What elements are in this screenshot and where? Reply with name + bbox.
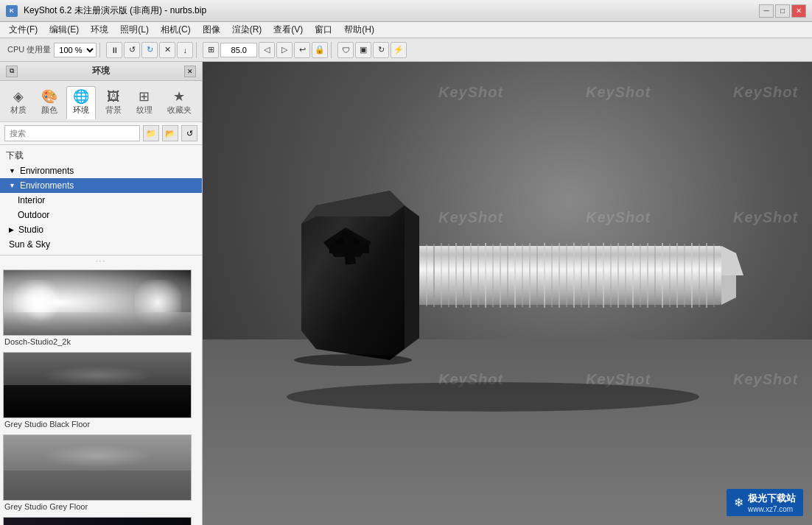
menu-edit[interactable]: 编辑(E) bbox=[43, 22, 85, 38]
tab-background[interactable]: 🖼 背景 bbox=[99, 87, 127, 119]
thumb-dosch[interactable]: Dosch-Studio2_2k bbox=[3, 269, 199, 348]
tab-favorites-label: 收藏夹 bbox=[167, 105, 192, 116]
tree-item-outdoor[interactable]: Outdoor bbox=[0, 208, 202, 222]
panel-divider: ··· bbox=[0, 256, 202, 267]
tab-color-label: 颜色 bbox=[41, 105, 57, 116]
thumb-grey-grey-label: Grey Studio Grey Floor bbox=[3, 501, 199, 512]
tab-favorites[interactable]: ★ 收藏夹 bbox=[161, 87, 197, 119]
search-row: 📁 📂 ↺ bbox=[0, 122, 202, 145]
thumb-dosch-img bbox=[3, 269, 192, 336]
viewport[interactable]: KeyShot KeyShot KeyShot KeyShot KeyShot … bbox=[203, 62, 812, 525]
app-icon: K bbox=[6, 5, 18, 17]
thumbnail-area: Dosch-Studio2_2k Grey Studio Black Floor… bbox=[0, 267, 202, 525]
sync-button[interactable]: ↻ bbox=[141, 42, 158, 58]
redo-button[interactable]: 🔒 bbox=[312, 42, 328, 58]
render-btn3[interactable]: ⚡ bbox=[391, 42, 407, 58]
tree-item-sunsky[interactable]: Sun & Sky bbox=[0, 237, 202, 252]
studio-expand-icon: ▶ bbox=[9, 226, 14, 233]
title-text: KeyShot 6.2 未注册演示版 (非商用) - nurbs.bip bbox=[24, 4, 206, 17]
menu-image[interactable]: 图像 bbox=[197, 22, 226, 38]
tree-sunsky-label: Sun & Sky bbox=[9, 239, 50, 250]
menu-camera[interactable]: 相机(C) bbox=[155, 22, 197, 38]
tree-item-environments[interactable]: ▼ Environments bbox=[0, 163, 202, 178]
toolbar: CPU 使用量 100 % ⏸ ↺ ↻ ✕ ↓ ⊞ ◁ ▷ ↩ 🔒 🛡 ▣ ↻ … bbox=[0, 38, 812, 62]
search-refresh-btn[interactable]: ↺ bbox=[181, 125, 197, 141]
section-label: 下载 bbox=[6, 150, 24, 161]
texture-icon: ⊞ bbox=[139, 90, 150, 103]
svg-point-0 bbox=[287, 382, 699, 412]
menu-render[interactable]: 渲染(R) bbox=[226, 22, 268, 38]
brand-watermark: ❄ 极光下载站 www.xz7.com bbox=[727, 489, 803, 516]
cpu-label: CPU 使用量 bbox=[7, 44, 51, 55]
tree-selected-label: Environments bbox=[20, 180, 74, 191]
menu-environment[interactable]: 环境 bbox=[85, 22, 114, 38]
maximize-button[interactable]: □ bbox=[775, 4, 790, 18]
svg-marker-51 bbox=[721, 246, 743, 275]
brand-url: www.xz7.com bbox=[748, 505, 796, 513]
environment-icon: 🌐 bbox=[73, 90, 89, 103]
undo-button[interactable]: ↩ bbox=[294, 42, 310, 58]
menu-lighting[interactable]: 照明(L) bbox=[114, 22, 155, 38]
thumb-grey-grey[interactable]: Grey Studio Grey Floor bbox=[3, 434, 199, 512]
zoom-right[interactable]: ▷ bbox=[276, 42, 293, 58]
playback-group: ⏸ ↺ ↻ ✕ ↓ bbox=[103, 42, 197, 58]
render-btn1[interactable]: ▣ bbox=[355, 42, 371, 58]
minimize-button[interactable]: ─ bbox=[759, 4, 774, 18]
tree-item-studio[interactable]: ▶ Studio bbox=[0, 222, 202, 237]
search-folder-btn[interactable]: 📁 bbox=[143, 125, 159, 141]
cpu-selector[interactable]: 100 % bbox=[54, 43, 97, 57]
panel-close-button[interactable]: ✕ bbox=[184, 66, 196, 77]
main-layout: ⧉ 环境 ✕ ◈ 材质 🎨 颜色 🌐 环境 🖼 背景 ⊞ bbox=[0, 62, 812, 525]
menu-window[interactable]: 窗口 bbox=[309, 22, 338, 38]
down-button[interactable]: ↓ bbox=[177, 42, 193, 58]
thumb-grey-black-label: Grey Studio Black Floor bbox=[3, 418, 199, 430]
tab-texture[interactable]: ⊞ 纹理 bbox=[130, 87, 158, 119]
tree-outdoor-label: Outdoor bbox=[18, 210, 49, 220]
search-input[interactable] bbox=[4, 125, 140, 141]
zoom-input[interactable] bbox=[220, 43, 257, 57]
background-icon: 🖼 bbox=[107, 90, 120, 103]
tree-studio-label: Studio bbox=[18, 225, 43, 235]
tree-item-environments-label: Environments bbox=[20, 166, 74, 176]
title-bar: K KeyShot 6.2 未注册演示版 (非商用) - nurbs.bip ─… bbox=[0, 0, 812, 22]
pause-button[interactable]: ⏸ bbox=[106, 42, 122, 58]
menu-help[interactable]: 帮助(H) bbox=[338, 22, 380, 38]
tree-interior-label: Interior bbox=[18, 195, 45, 205]
thumb-grey-black[interactable]: Grey Studio Black Floor bbox=[3, 352, 199, 430]
menu-bar: 文件(F) 编辑(E) 环境 照明(L) 相机(C) 图像 渲染(R) 查看(V… bbox=[0, 22, 812, 38]
tab-environment-label: 环境 bbox=[73, 105, 89, 116]
favorites-icon: ★ bbox=[173, 90, 185, 103]
tree-section-download: 下载 bbox=[0, 148, 202, 163]
zoom-left[interactable]: ◁ bbox=[259, 42, 275, 58]
tree-item-interior[interactable]: Interior bbox=[0, 193, 202, 208]
tab-background-label: 背景 bbox=[105, 105, 122, 116]
tree-item-environments-selected[interactable]: ▼ Environments bbox=[0, 178, 202, 193]
thumb-dark[interactable]: Dark Environment bbox=[3, 517, 199, 525]
menu-file[interactable]: 文件(F) bbox=[3, 22, 43, 38]
window-controls: ─ □ ✕ bbox=[759, 4, 806, 18]
material-icon: ◈ bbox=[13, 90, 24, 103]
render-group: 🛡 ▣ ↻ ⚡ bbox=[335, 42, 410, 58]
shield-button[interactable]: 🛡 bbox=[337, 42, 354, 58]
menu-view[interactable]: 查看(V) bbox=[267, 22, 309, 38]
panel-float-button[interactable]: ⧉ bbox=[6, 66, 18, 77]
color-icon: 🎨 bbox=[41, 90, 57, 103]
left-panel: ⧉ 环境 ✕ ◈ 材质 🎨 颜色 🌐 环境 🖼 背景 ⊞ bbox=[0, 62, 203, 525]
brand-name: 极光下载站 bbox=[748, 492, 796, 505]
grid-button[interactable]: ⊞ bbox=[203, 42, 219, 58]
thumb-dark-img bbox=[3, 517, 192, 525]
render-btn2[interactable]: ↻ bbox=[373, 42, 389, 58]
tab-environment[interactable]: 🌐 环境 bbox=[66, 86, 96, 119]
search-add-btn[interactable]: 📂 bbox=[162, 125, 178, 141]
tab-color[interactable]: 🎨 颜色 bbox=[35, 87, 63, 119]
thumb-dosch-label: Dosch-Studio2_2k bbox=[3, 336, 199, 348]
tab-material-label: 材质 bbox=[10, 105, 27, 116]
refresh-button[interactable]: ↺ bbox=[124, 42, 140, 58]
svg-marker-44 bbox=[405, 205, 419, 349]
tab-material[interactable]: ◈ 材质 bbox=[4, 87, 32, 119]
thumb-grey-black-img bbox=[3, 352, 192, 418]
close-button[interactable]: ✕ bbox=[791, 4, 806, 18]
cpu-group: CPU 使用量 100 % bbox=[4, 43, 100, 57]
stop-button[interactable]: ✕ bbox=[159, 42, 175, 58]
expand-icon-sel: ▼ bbox=[9, 182, 15, 189]
